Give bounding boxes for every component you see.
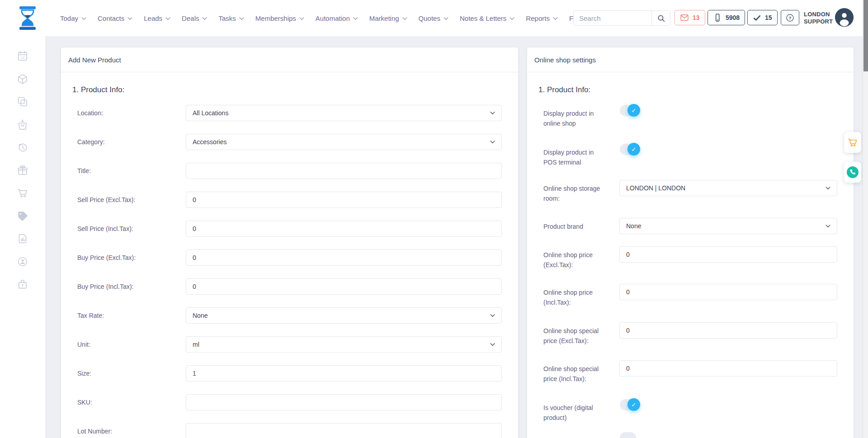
form-row-sell-price-excl-tax: Sell Price (Excl.Tax): bbox=[77, 192, 502, 208]
avatar[interactable] bbox=[835, 8, 854, 27]
field-label: Display product in POS terminal bbox=[543, 144, 619, 167]
sidebar-item-history[interactable] bbox=[0, 136, 45, 159]
location-select[interactable]: All Locations bbox=[186, 105, 502, 121]
is-voucher-digital-product-toggle[interactable]: ✓ bbox=[620, 399, 636, 410]
display-product-in-pos-terminal-toggle[interactable]: ✓ bbox=[620, 144, 636, 155]
form-row-size: Size: bbox=[77, 365, 502, 381]
field-label: Sell Price (Excl.Tax): bbox=[77, 195, 186, 205]
search-input[interactable] bbox=[574, 11, 651, 25]
nav-item-quotes[interactable]: Quotes bbox=[419, 14, 448, 22]
form-row-unit: Unit:ml bbox=[77, 336, 502, 353]
online-shop-price-excl-tax-input[interactable] bbox=[619, 246, 837, 263]
title-input[interactable] bbox=[186, 163, 502, 179]
chevron-down-icon bbox=[81, 17, 86, 20]
display-product-in-online-shop-toggle[interactable]: ✓ bbox=[620, 105, 636, 116]
gift-icon bbox=[17, 165, 28, 176]
lot-number-input[interactable] bbox=[186, 423, 502, 438]
user-avatar-icon bbox=[835, 8, 854, 27]
user-name[interactable]: LONDON SUPPORT bbox=[804, 11, 833, 25]
field-label: Size: bbox=[77, 368, 186, 378]
help-button[interactable]: ? bbox=[781, 10, 799, 25]
svg-text:12: 12 bbox=[21, 56, 24, 60]
search-icon bbox=[656, 14, 666, 23]
select-value: None bbox=[193, 312, 208, 319]
buy-price-incl-tax-input[interactable] bbox=[186, 278, 502, 295]
nav-item-today[interactable]: Today bbox=[60, 14, 86, 22]
product-brand-select[interactable]: None bbox=[619, 218, 837, 234]
form-row-online-shop-price-excl-tax: Online shop price (Excl.Tax): bbox=[543, 246, 837, 270]
sidebar-item-lock[interactable] bbox=[0, 273, 45, 296]
sidebar-item-calendar[interactable]: 12 bbox=[0, 45, 45, 68]
app-logo[interactable] bbox=[15, 5, 40, 31]
online-shop-special-price-excl-tax-input[interactable] bbox=[619, 322, 837, 339]
sell-price-excl-tax-input[interactable] bbox=[186, 192, 502, 208]
search-button[interactable] bbox=[651, 11, 670, 25]
select-value: None bbox=[626, 222, 641, 230]
nav-item-label: Marketing bbox=[369, 14, 399, 22]
sidebar-item-shopping-bag[interactable] bbox=[0, 113, 45, 137]
chevron-down-icon bbox=[239, 17, 244, 20]
sidebar-item-report[interactable] bbox=[0, 227, 45, 250]
calendar-icon: 12 bbox=[17, 50, 28, 62]
nav-item-automation[interactable]: Automation bbox=[316, 14, 358, 22]
mobile-phone-icon bbox=[713, 13, 722, 22]
chevron-down-icon bbox=[353, 17, 358, 20]
calls-count: 5908 bbox=[726, 14, 740, 21]
toggle-knob-checked: ✓ bbox=[627, 143, 640, 155]
buy-price-excl-tax-input[interactable] bbox=[186, 250, 502, 266]
online-shop-special-price-incl-tax-input[interactable] bbox=[619, 360, 837, 377]
sidebar-item-cart[interactable] bbox=[0, 182, 45, 205]
nav-item-contacts[interactable]: Contacts bbox=[98, 14, 132, 22]
online-shop-price-incl-tax-input[interactable] bbox=[619, 284, 837, 300]
nav-item-reports[interactable]: Reports bbox=[526, 14, 558, 22]
online-shop-storage-room-select[interactable]: LONDON | LONDON bbox=[619, 180, 837, 196]
form-row-sku: SKU: bbox=[77, 394, 502, 410]
package-icon bbox=[17, 73, 28, 85]
icon-sidebar: 12 bbox=[0, 36, 45, 438]
chevron-down-icon bbox=[299, 17, 304, 20]
nav-item-notes-letters[interactable]: Notes & Letters bbox=[460, 14, 514, 22]
cart-fab-button[interactable] bbox=[844, 132, 861, 153]
select-value: ml bbox=[193, 341, 199, 348]
sidebar-item-tag[interactable] bbox=[0, 205, 45, 228]
sku-input[interactable] bbox=[186, 394, 502, 410]
phone-fab-button[interactable] bbox=[844, 162, 861, 183]
unit-select[interactable]: ml bbox=[186, 336, 502, 353]
select-value: Accessories bbox=[193, 138, 226, 146]
calls-badge[interactable]: 5908 bbox=[708, 10, 745, 25]
sidebar-item-support[interactable] bbox=[0, 250, 45, 273]
nav-item-memberships[interactable]: Memberships bbox=[255, 14, 304, 22]
size-input[interactable] bbox=[186, 365, 502, 381]
tasks-badge[interactable]: 15 bbox=[747, 10, 778, 25]
chevron-down-icon bbox=[490, 141, 495, 144]
nav-item-marketing[interactable]: Marketing bbox=[369, 14, 407, 22]
toggle-toggle[interactable]: ✓ bbox=[620, 432, 636, 438]
shopping-cart-icon bbox=[847, 137, 858, 148]
form-row-lot-number: Lot Number: bbox=[77, 423, 502, 438]
toggle-track bbox=[620, 432, 636, 438]
chevron-down-icon bbox=[490, 343, 495, 346]
field-label: SKU: bbox=[77, 397, 186, 407]
messages-badge[interactable]: 13 bbox=[675, 10, 705, 25]
nav-item-leads[interactable]: Leads bbox=[144, 14, 170, 22]
tax-rate-select[interactable]: None bbox=[186, 307, 502, 324]
sidebar-item-copy[interactable] bbox=[0, 90, 45, 113]
nav-item-deals[interactable]: Deals bbox=[182, 14, 207, 22]
product-form: Location:All LocationsCategory:Accessori… bbox=[72, 105, 502, 438]
nav-item-tasks[interactable]: Tasks bbox=[218, 14, 244, 22]
category-select[interactable]: Accessories bbox=[186, 134, 502, 150]
field-label: Online shop special price (Excl.Tax): bbox=[543, 322, 619, 346]
add-new-product-card: Add New Product 1. Product Info: Locatio… bbox=[61, 47, 518, 438]
scrollbar-thumb[interactable] bbox=[863, 0, 868, 71]
vertical-scrollbar[interactable] bbox=[863, 0, 868, 438]
nav-item-label: Memberships bbox=[255, 14, 296, 22]
form-row-online-shop-storage-room: Online shop storage room:LONDON | LONDON bbox=[543, 180, 837, 203]
nav-item-label: Quotes bbox=[419, 14, 440, 22]
chevron-down-icon bbox=[826, 187, 830, 190]
form-row-category: Category:Accessories bbox=[77, 134, 502, 150]
sell-price-incl-tax-input[interactable] bbox=[186, 221, 502, 237]
field-label: Lot Number: bbox=[77, 426, 186, 436]
sidebar-item-gift[interactable] bbox=[0, 159, 45, 182]
nav-item-label: Automation bbox=[316, 14, 350, 22]
sidebar-item-package[interactable] bbox=[0, 68, 45, 91]
